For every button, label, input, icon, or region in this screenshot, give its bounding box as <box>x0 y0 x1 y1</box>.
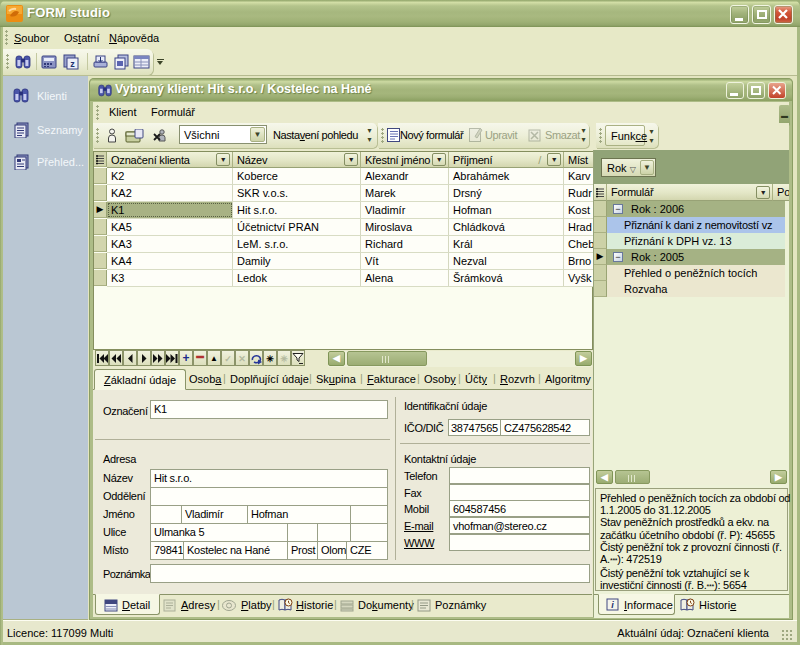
svg-text:z: z <box>70 59 75 69</box>
